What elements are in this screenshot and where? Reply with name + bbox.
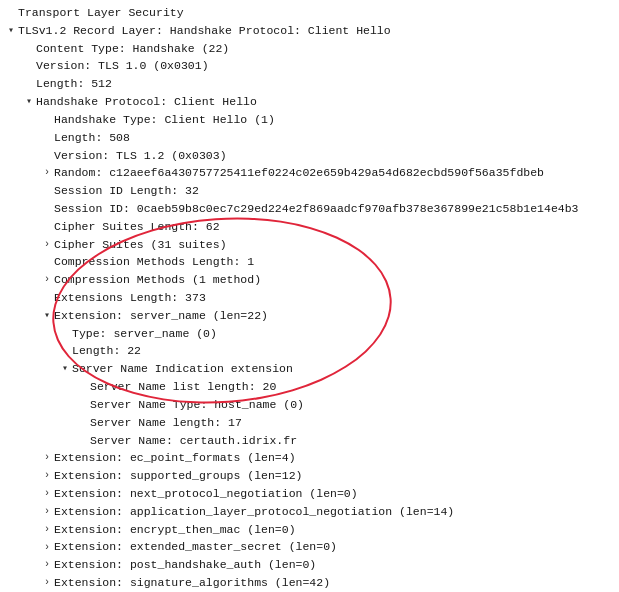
tree-node-label: Session ID: 0caeb59b8c0ec7c29ed224e2f869… xyxy=(54,200,579,218)
tree-row: Type: server_name (0) xyxy=(2,325,617,343)
tree-row[interactable]: Extension: supported_groups (len=12) xyxy=(2,467,617,485)
tree-node-label: Compression Methods Length: 1 xyxy=(54,253,254,271)
tree-row[interactable]: Extension: post_handshake_auth (len=0) xyxy=(2,556,617,574)
tree-row[interactable]: Cipher Suites (31 suites) xyxy=(2,236,617,254)
tree-node-label: Extension: application_layer_protocol_ne… xyxy=(54,503,454,521)
tree-row: Length: 512 xyxy=(2,75,617,93)
toggle-icon[interactable] xyxy=(22,94,36,110)
tree-row: Length: 508 xyxy=(2,129,617,147)
tree-node-label: Handshake Type: Client Hello (1) xyxy=(54,111,275,129)
tree-row: Content Type: Handshake (22) xyxy=(2,40,617,58)
tree-row[interactable]: Handshake Protocol: Client Hello xyxy=(2,93,617,111)
toggle-icon[interactable] xyxy=(40,522,54,538)
tree-row: Length: 22 xyxy=(2,342,617,360)
toggle-icon[interactable] xyxy=(4,23,18,39)
tree-node-label: Extension: server_name (len=22) xyxy=(54,307,268,325)
toggle-icon[interactable] xyxy=(40,540,54,556)
tree-node-label: Server Name Indication extension xyxy=(72,360,293,378)
tree-row[interactable]: Extension: signature_algorithms (len=42) xyxy=(2,574,617,592)
tree-node-label: Extension: post_handshake_auth (len=0) xyxy=(54,556,316,574)
tree-container: Transport Layer SecurityTLSv1.2 Record L… xyxy=(0,0,619,592)
tree-node-label: Server Name: certauth.idrix.fr xyxy=(90,432,297,450)
tree-row[interactable]: Random: c12aeef6a430757725411ef0224c02e6… xyxy=(2,164,617,182)
tree-node-label: Server Name Type: host_name (0) xyxy=(90,396,304,414)
toggle-icon[interactable] xyxy=(40,504,54,520)
tree-row: Cipher Suites Length: 62 xyxy=(2,218,617,236)
tree-row: Version: TLS 1.2 (0x0303) xyxy=(2,147,617,165)
tree-node-label: Extension: ec_point_formats (len=4) xyxy=(54,449,296,467)
tree-row: Extensions Length: 373 xyxy=(2,289,617,307)
tree-row: Server Name Type: host_name (0) xyxy=(2,396,617,414)
tree-node-label: Session ID Length: 32 xyxy=(54,182,199,200)
tree-node-label: Extensions Length: 373 xyxy=(54,289,206,307)
tree-node-label: Length: 512 xyxy=(36,75,112,93)
tree-row: Session ID: 0caeb59b8c0ec7c29ed224e2f869… xyxy=(2,200,617,218)
toggle-icon[interactable] xyxy=(40,575,54,591)
tree-node-label: Extension: next_protocol_negotiation (le… xyxy=(54,485,358,503)
tree-row[interactable]: Extension: ec_point_formats (len=4) xyxy=(2,449,617,467)
tree-node-label: Transport Layer Security xyxy=(18,4,184,22)
tree-node-label: Extension: encrypt_then_mac (len=0) xyxy=(54,521,296,539)
tree-node-label: Server Name length: 17 xyxy=(90,414,242,432)
tree-node-label: TLSv1.2 Record Layer: Handshake Protocol… xyxy=(18,22,391,40)
tree-row[interactable]: TLSv1.2 Record Layer: Handshake Protocol… xyxy=(2,22,617,40)
tree-node-label: Compression Methods (1 method) xyxy=(54,271,261,289)
tree-node-label: Length: 508 xyxy=(54,129,130,147)
tree-node-label: Cipher Suites Length: 62 xyxy=(54,218,220,236)
tree-row: Session ID Length: 32 xyxy=(2,182,617,200)
tree-row: Server Name length: 17 xyxy=(2,414,617,432)
tree-row: Handshake Type: Client Hello (1) xyxy=(2,111,617,129)
tree-node-label: Random: c12aeef6a430757725411ef0224c02e6… xyxy=(54,164,544,182)
tree-node-label: Server Name list length: 20 xyxy=(90,378,276,396)
tree-node-label: Cipher Suites (31 suites) xyxy=(54,236,227,254)
tree-node-label: Extension: signature_algorithms (len=42) xyxy=(54,574,330,592)
tree-row[interactable]: Compression Methods (1 method) xyxy=(2,271,617,289)
tree-row[interactable]: Extension: encrypt_then_mac (len=0) xyxy=(2,521,617,539)
toggle-icon[interactable] xyxy=(58,361,72,377)
tree-row[interactable]: Extension: extended_master_secret (len=0… xyxy=(2,538,617,556)
tree-row: Server Name list length: 20 xyxy=(2,378,617,396)
toggle-icon[interactable] xyxy=(40,237,54,253)
toggle-icon[interactable] xyxy=(40,308,54,324)
toggle-icon[interactable] xyxy=(40,486,54,502)
toggle-icon[interactable] xyxy=(40,468,54,484)
tree-node-label: Length: 22 xyxy=(72,342,141,360)
tree-row: Compression Methods Length: 1 xyxy=(2,253,617,271)
tree-node-label: Extension: supported_groups (len=12) xyxy=(54,467,302,485)
tree-node-label: Handshake Protocol: Client Hello xyxy=(36,93,257,111)
tree-node-label: Extension: extended_master_secret (len=0… xyxy=(54,538,337,556)
tree-node-label: Content Type: Handshake (22) xyxy=(36,40,229,58)
tree-row[interactable]: Extension: next_protocol_negotiation (le… xyxy=(2,485,617,503)
tree-row[interactable]: Extension: server_name (len=22) xyxy=(2,307,617,325)
toggle-icon[interactable] xyxy=(40,165,54,181)
tree-row: Server Name: certauth.idrix.fr xyxy=(2,432,617,450)
toggle-icon[interactable] xyxy=(40,272,54,288)
tree-row: Version: TLS 1.0 (0x0301) xyxy=(2,57,617,75)
tree-row[interactable]: Extension: application_layer_protocol_ne… xyxy=(2,503,617,521)
toggle-icon[interactable] xyxy=(40,557,54,573)
tree-node-label: Type: server_name (0) xyxy=(72,325,217,343)
tree-node-label: Version: TLS 1.2 (0x0303) xyxy=(54,147,227,165)
tree-row: Transport Layer Security xyxy=(2,4,617,22)
tree-row[interactable]: Server Name Indication extension xyxy=(2,360,617,378)
toggle-icon[interactable] xyxy=(40,450,54,466)
tree-node-label: Version: TLS 1.0 (0x0301) xyxy=(36,57,209,75)
